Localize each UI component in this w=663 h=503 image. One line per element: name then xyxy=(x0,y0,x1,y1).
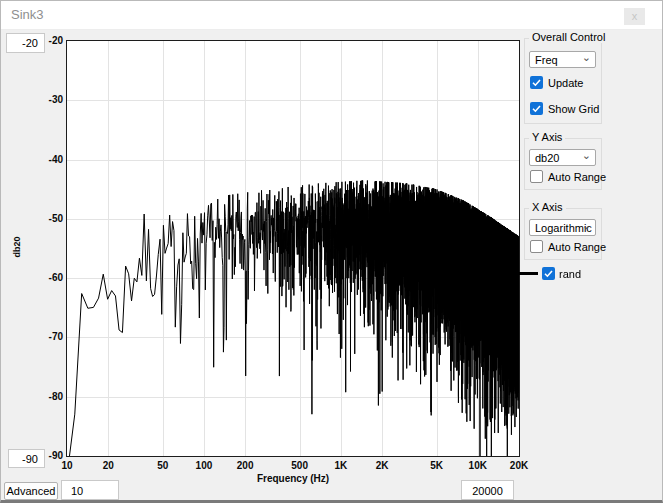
x-tick-label: 200 xyxy=(237,460,254,471)
window-title: Sink3 xyxy=(11,7,44,22)
x-tick-label: 10 xyxy=(61,460,72,471)
y-axis-dropdown-value: db20 xyxy=(535,152,559,164)
plot-area[interactable] xyxy=(66,40,520,457)
y-tick-label: -80 xyxy=(29,391,63,402)
x-tick-label: 5K xyxy=(430,460,443,471)
y-axis-title: db20 xyxy=(12,236,22,257)
x-tick-label: 1K xyxy=(334,460,347,471)
legend-line-swatch xyxy=(514,272,538,275)
check-icon xyxy=(530,76,543,89)
legend-rand-label: rand xyxy=(559,268,581,280)
y-tick-label: -40 xyxy=(29,154,63,165)
x-axis-group: X Axis Logarithmic ⌄ Auto Range xyxy=(524,208,602,260)
x-auto-range-label: Auto Range xyxy=(548,241,606,253)
advanced-button[interactable]: Advanced xyxy=(4,482,58,500)
update-row[interactable]: Update xyxy=(530,76,583,89)
x-tick-label: 100 xyxy=(196,460,213,471)
y-auto-range-checkbox[interactable] xyxy=(530,170,543,183)
x-tick-label: 2K xyxy=(376,460,389,471)
chevron-down-icon: ⌄ xyxy=(582,149,591,162)
y-tick-label: -20 xyxy=(29,35,63,46)
y-auto-range-label: Auto Range xyxy=(548,171,606,183)
sink-window: Sink3 x -20 -90 10 20000 Advanced db20 -… xyxy=(0,0,663,503)
y-axis-group: Y Axis db20 ⌄ Auto Range xyxy=(524,138,602,190)
x-tick-label: 20 xyxy=(103,460,114,471)
chevron-down-icon: ⌄ xyxy=(582,219,591,232)
y-tick-label: -50 xyxy=(29,213,63,224)
x-auto-range-row[interactable]: Auto Range xyxy=(530,240,606,253)
titlebar: Sink3 x xyxy=(1,1,662,30)
show-grid-checkbox[interactable] xyxy=(530,102,543,115)
legend-rand: rand xyxy=(514,267,581,280)
x-axis-title: Frequency (Hz) xyxy=(67,473,519,484)
x-axis-dropdown[interactable]: Logarithmic ⌄ xyxy=(529,219,596,236)
x-tick-label: 50 xyxy=(157,460,168,471)
overall-control-group: Overall Control Freq ⌄ Update Show Grid xyxy=(524,38,602,124)
update-checkbox[interactable] xyxy=(530,76,543,89)
y-tick-label: -70 xyxy=(29,331,63,342)
x-auto-range-checkbox[interactable] xyxy=(530,240,543,253)
show-grid-row[interactable]: Show Grid xyxy=(530,102,599,115)
overall-control-dropdown-value: Freq xyxy=(535,54,558,66)
x-axis-group-label: X Axis xyxy=(529,201,566,213)
y-tick-label: -30 xyxy=(29,94,63,105)
update-label: Update xyxy=(548,77,583,89)
overall-control-dropdown[interactable]: Freq ⌄ xyxy=(529,51,596,68)
check-icon xyxy=(542,267,555,280)
legend-rand-checkbox[interactable] xyxy=(542,267,555,280)
y-auto-range-row[interactable]: Auto Range xyxy=(530,170,606,183)
plot-canvas[interactable] xyxy=(67,41,519,456)
x-tick-label: 500 xyxy=(291,460,308,471)
y-tick-label: -60 xyxy=(29,272,63,283)
show-grid-label: Show Grid xyxy=(548,103,599,115)
y-axis-dropdown[interactable]: db20 ⌄ xyxy=(529,149,596,166)
y-tick-label: -90 xyxy=(29,450,63,461)
x-tick-label: 20K xyxy=(510,460,528,471)
y-axis-group-label: Y Axis xyxy=(529,131,565,143)
check-icon xyxy=(530,102,543,115)
overall-control-label: Overall Control xyxy=(529,31,608,43)
chevron-down-icon: ⌄ xyxy=(582,51,591,64)
x-tick-label: 10K xyxy=(469,460,487,471)
close-icon[interactable]: x xyxy=(624,8,645,25)
